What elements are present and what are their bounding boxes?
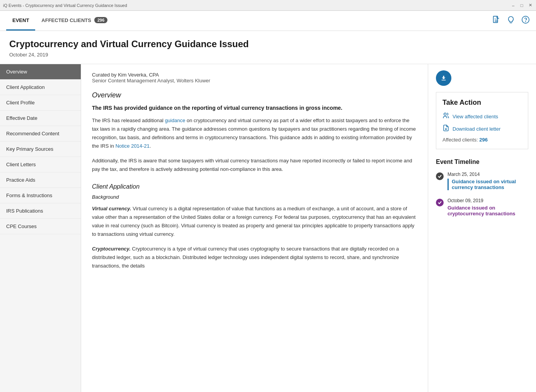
guidance-link[interactable]: guidance <box>165 118 185 123</box>
tab-affected-clients[interactable]: AFFECTED CLIENTS 296 <box>35 11 114 31</box>
main-content: Cryptocurrency and Virtual Currency Guid… <box>0 31 536 392</box>
tab-list: EVENT AFFECTED CLIENTS 296 <box>6 11 114 31</box>
lightbulb-icon[interactable] <box>507 15 515 26</box>
event-timeline: Event Timeline March 25, 2014 Guidance i… <box>436 159 528 216</box>
overview-heading: Overview <box>92 91 417 99</box>
curator-title: Senior Content Management Analyst, Wolte… <box>92 78 417 84</box>
take-action-box: Take Action View affected clients <box>436 92 528 149</box>
client-application-subheading: Background <box>92 194 417 200</box>
curator-info: Curated by Kim Veverka, CPA Senior Conte… <box>92 72 417 84</box>
page-header: Cryptocurrency and Virtual Currency Guid… <box>0 31 536 64</box>
take-action-title: Take Action <box>442 99 522 107</box>
overview-paragraph-1: The IRS has released additional guidance… <box>92 116 417 150</box>
tab-bar: EVENT AFFECTED CLIENTS 296 <box>0 11 536 31</box>
sidebar-item-client-letters[interactable]: Client Letters <box>0 157 81 172</box>
cryptocurrency-paragraph: Cryptocurrency. Cryptocurrency is a type… <box>92 245 417 270</box>
svg-point-6 <box>444 113 446 115</box>
timeline-date-1: March 25, 2014 <box>448 172 528 177</box>
tab-event[interactable]: EVENT <box>6 11 35 31</box>
virtual-currency-paragraph: Virtual currency. Virtual currency is a … <box>92 205 417 239</box>
body-content: Curated by Kim Veverka, CPA Senior Conte… <box>81 64 428 392</box>
svg-point-4 <box>522 16 529 23</box>
sidebar-item-client-application[interactable]: Client Application <box>0 80 81 95</box>
sidebar-item-overview[interactable]: Overview <box>0 64 81 80</box>
download-letter-icon <box>442 124 449 133</box>
affected-clients-text: Affected clients: 296 <box>442 137 522 143</box>
view-affected-clients-label: View affected clients <box>453 114 498 119</box>
timeline-item-2: October 09, 2019 Guidance issued on cryp… <box>436 198 528 216</box>
timeline-body-2: October 09, 2019 Guidance issued on cryp… <box>448 198 528 216</box>
timeline-dot-2 <box>436 199 444 206</box>
document-icon[interactable] <box>492 15 500 26</box>
timeline-body-1: March 25, 2014 Guidance issued on virtua… <box>448 172 528 190</box>
timeline-item-1: March 25, 2014 Guidance issued on virtua… <box>436 172 528 190</box>
download-client-letter-link[interactable]: Download client letter <box>442 124 522 133</box>
timeline-link-2[interactable]: Guidance issued on cryptocurrency transa… <box>448 205 516 216</box>
svg-point-5 <box>526 21 526 22</box>
timeline-link-1[interactable]: Guidance issued on virtual currency tran… <box>452 179 516 190</box>
view-clients-icon <box>442 112 449 121</box>
download-client-letter-label: Download client letter <box>453 126 500 132</box>
affected-clients-badge: 296 <box>94 17 107 23</box>
view-affected-clients-link[interactable]: View affected clients <box>442 112 522 121</box>
sidebar-item-irs-publications[interactable]: IRS Publications <box>0 203 81 219</box>
timeline-dot-1 <box>436 172 444 180</box>
page-date: October 24, 2019 <box>9 52 527 58</box>
notice-2014-21-link[interactable]: Notice 2014-21 <box>116 143 150 149</box>
page-title: Cryptocurrency and Virtual Currency Guid… <box>9 39 527 49</box>
toolbar-icons <box>492 15 530 26</box>
sidebar: Overview Client Application Client Profi… <box>0 64 81 392</box>
timeline-date-2: October 09, 2019 <box>448 198 528 203</box>
overview-paragraph-2: Additionally, the IRS is aware that some… <box>92 157 417 174</box>
sidebar-item-recommended-content[interactable]: Recommended Content <box>0 126 81 141</box>
download-arrow-button[interactable] <box>436 70 451 86</box>
minimize-button[interactable]: – <box>510 3 516 8</box>
overview-subheading: The IRS has provided guidance on the rep… <box>92 105 417 111</box>
sidebar-item-client-profile[interactable]: Client Profile <box>0 95 81 111</box>
event-timeline-title: Event Timeline <box>436 159 528 165</box>
maximize-button[interactable]: □ <box>519 3 524 8</box>
help-icon[interactable] <box>521 15 530 26</box>
sidebar-item-effective-date[interactable]: Effective Date <box>0 111 81 126</box>
content-area: Overview Client Application Client Profi… <box>0 64 536 392</box>
right-panel: Take Action View affected clients <box>428 64 536 392</box>
window-title: iQ Events - Cryptocurrency and Virtual C… <box>3 3 127 8</box>
sidebar-item-practice-aids[interactable]: Practice Aids <box>0 172 81 188</box>
sidebar-item-cpe-courses[interactable]: CPE Courses <box>0 219 81 234</box>
curator-name: Curated by Kim Veverka, CPA <box>92 72 417 78</box>
window-titlebar: iQ Events - Cryptocurrency and Virtual C… <box>0 0 536 11</box>
sidebar-item-key-primary-sources[interactable]: Key Primary Sources <box>0 141 81 157</box>
close-button[interactable]: ✕ <box>527 3 533 8</box>
client-application-heading: Client Application <box>92 183 417 190</box>
sidebar-item-forms-instructions[interactable]: Forms & Instructions <box>0 188 81 203</box>
window-controls: – □ ✕ <box>510 3 533 8</box>
timeline-link-wrapper-1: Guidance issued on virtual currency tran… <box>448 179 528 190</box>
affected-clients-count: 296 <box>479 137 488 143</box>
